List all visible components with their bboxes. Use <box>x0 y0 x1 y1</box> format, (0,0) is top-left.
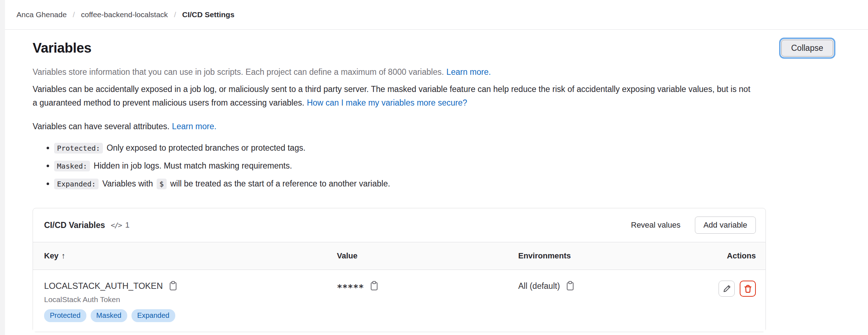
attribute-item-expanded: Expanded:Variables with$will be treated … <box>54 178 833 190</box>
attribute-item-protected: Protected:Only exposed to protected bran… <box>54 142 833 154</box>
attributes-list: Protected:Only exposed to protected bran… <box>33 142 833 190</box>
sidebar-edge <box>0 0 5 335</box>
intro-paragraph-security: Variables can be accidentally exposed in… <box>33 82 757 110</box>
dollar-code-token: $ <box>157 179 167 189</box>
card-title: CI/CD Variables <box>44 220 105 230</box>
variable-key: LOCALSTACK_AUTH_TOKEN <box>44 281 163 291</box>
breadcrumb-separator: / <box>73 10 75 19</box>
intro-paragraph-attributes-text: Variables can have several attributes. <box>33 122 170 131</box>
variable-actions-cell <box>679 281 756 297</box>
section-header: Variables Collapse <box>33 40 833 57</box>
add-variable-button[interactable]: Add variable <box>695 217 756 234</box>
intro-paragraph-attributes: Variables can have several attributes.Le… <box>33 120 833 133</box>
cicd-variables-card: CI/CD Variables </> 1 Reveal values Add … <box>33 208 766 332</box>
variable-value-cell: ***** <box>337 281 518 291</box>
intro-paragraph-limit-text: Variables store information that you can… <box>33 67 444 77</box>
column-header-key[interactable]: Key↑ <box>44 251 337 261</box>
masked-description: Hidden in job logs. Must match masking r… <box>94 161 292 170</box>
masked-value: ***** <box>337 282 364 293</box>
protected-description: Only exposed to protected branches or pr… <box>106 143 305 152</box>
environment-scope: All (default) <box>518 281 560 291</box>
variable-badges: Protected Masked Expanded <box>44 309 337 322</box>
intro-paragraph-limit: Variables store information that you can… <box>33 65 833 79</box>
breadcrumb-separator: / <box>174 10 176 19</box>
breadcrumb: Anca Ghenade / coffee-backend-localstack… <box>5 0 868 30</box>
breadcrumb-namespace[interactable]: Anca Ghenade <box>16 10 67 19</box>
copy-icon <box>168 281 178 291</box>
pencil-icon <box>722 284 731 293</box>
expanded-badge: Expanded <box>132 309 175 322</box>
column-header-value: Value <box>337 251 518 261</box>
variable-description: LocalStack Auth Token <box>44 295 337 304</box>
protected-badge: Protected <box>44 309 86 322</box>
protected-code-token: Protected: <box>54 143 103 154</box>
card-header: CI/CD Variables </> 1 Reveal values Add … <box>33 208 766 242</box>
code-icon: </> <box>111 221 121 229</box>
variable-key-cell: LOCALSTACK_AUTH_TOKEN LocalStack Auth To… <box>44 281 337 322</box>
masked-badge: Masked <box>91 309 127 322</box>
sort-ascending-icon: ↑ <box>61 251 65 260</box>
collapse-button[interactable]: Collapse <box>781 40 834 57</box>
attributes-learn-more-link[interactable]: Learn more. <box>172 122 216 131</box>
masked-code-token: Masked: <box>54 161 90 171</box>
copy-key-button[interactable] <box>168 281 178 291</box>
reveal-values-button[interactable]: Reveal values <box>629 217 683 233</box>
expanded-code-token: Expanded: <box>54 179 99 189</box>
variables-secure-link[interactable]: How can I make my variables more secure? <box>307 98 467 107</box>
page-title: Variables <box>33 40 91 56</box>
trash-icon <box>743 284 753 293</box>
copy-value-button[interactable] <box>369 281 379 291</box>
delete-variable-button[interactable] <box>740 281 756 297</box>
variables-table-header: Key↑ Value Environments Actions <box>33 242 766 270</box>
copy-icon <box>369 281 379 291</box>
copy-environment-button[interactable] <box>565 281 575 291</box>
expanded-description-before: Variables with <box>102 179 153 188</box>
expanded-description-after: will be treated as the start of a refere… <box>170 179 390 188</box>
copy-icon <box>565 281 575 291</box>
edit-variable-button[interactable] <box>719 281 735 297</box>
attribute-item-masked: Masked:Hidden in job logs. Must match ma… <box>54 160 833 172</box>
column-header-actions: Actions <box>679 251 756 261</box>
variables-count: 1 <box>125 220 129 230</box>
key-column-label: Key <box>44 251 58 260</box>
learn-more-link[interactable]: Learn more. <box>447 67 491 77</box>
breadcrumb-current-page: CI/CD Settings <box>182 10 234 19</box>
breadcrumb-project[interactable]: coffee-backend-localstack <box>81 10 168 19</box>
variable-environments-cell: All (default) <box>518 281 679 291</box>
column-header-environments: Environments <box>518 251 679 261</box>
variable-row: LOCALSTACK_AUTH_TOKEN LocalStack Auth To… <box>33 270 766 332</box>
